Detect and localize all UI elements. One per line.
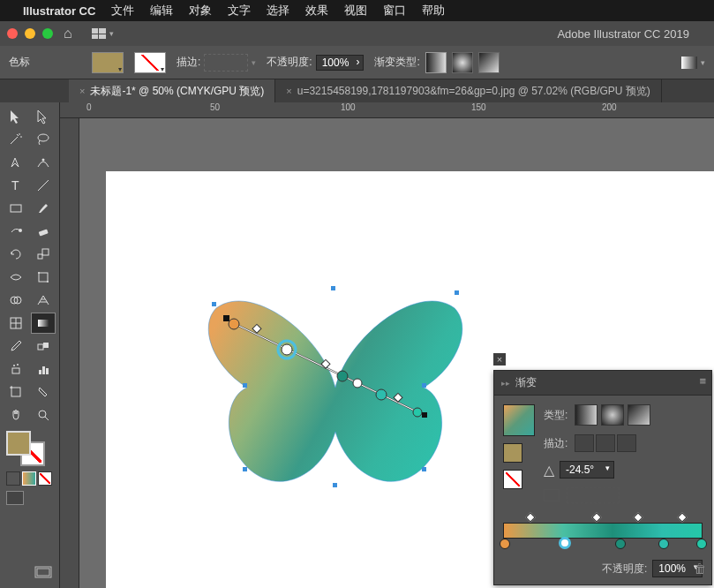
home-icon[interactable]: ⌂: [64, 26, 72, 41]
gradient-mode-button[interactable]: [22, 471, 36, 486]
symbol-sprayer-tool[interactable]: [4, 358, 28, 380]
gradient-stop[interactable]: [559, 537, 571, 549]
app-name[interactable]: Illustrator CC: [23, 4, 95, 18]
edit-gradient-button[interactable]: ▾: [681, 57, 705, 69]
menu-object[interactable]: 对象: [189, 3, 212, 19]
gradient-stop[interactable]: [658, 539, 669, 549]
menu-edit[interactable]: 编辑: [150, 3, 173, 19]
perspective-grid-tool[interactable]: [31, 290, 56, 311]
close-window-button[interactable]: [7, 28, 18, 39]
stroke-weight-stepper[interactable]: [204, 54, 248, 72]
menu-file[interactable]: 文件: [111, 3, 134, 19]
curvature-tool[interactable]: [31, 152, 56, 173]
gradient-stop[interactable]: [500, 539, 510, 549]
minimize-window-button[interactable]: [25, 28, 35, 39]
reverse-gradient-button[interactable]: [503, 470, 522, 489]
arrange-documents-button[interactable]: ▾: [92, 28, 114, 39]
svg-rect-7: [38, 254, 42, 259]
traffic-lights: [7, 28, 53, 39]
menu-help[interactable]: 帮助: [422, 3, 445, 19]
stroke-label: 描边:: [177, 55, 200, 70]
eraser-tool[interactable]: [31, 221, 56, 242]
gradient-type-linear-button[interactable]: [425, 52, 447, 73]
svg-rect-19: [43, 343, 49, 348]
gradient-type-radial-button[interactable]: [452, 52, 473, 73]
active-stop-color-swatch[interactable]: [503, 443, 522, 463]
svg-point-29: [39, 411, 46, 418]
free-transform-tool[interactable]: [31, 267, 56, 288]
direct-selection-tool[interactable]: [31, 106, 56, 127]
shaper-tool[interactable]: [4, 221, 28, 242]
lasso-tool[interactable]: [31, 129, 56, 150]
pen-tool[interactable]: [4, 152, 28, 173]
gradient-type-freeform-button[interactable]: [478, 52, 500, 73]
stroke-gradient-within-button[interactable]: [575, 434, 594, 452]
menu-window[interactable]: 窗口: [383, 3, 406, 19]
zoom-tool[interactable]: [31, 404, 56, 426]
artboard-tool[interactable]: [4, 381, 28, 403]
magic-wand-tool[interactable]: [4, 129, 28, 150]
panel-menu-icon[interactable]: ≡: [699, 374, 706, 388]
rectangle-tool[interactable]: [4, 198, 28, 219]
menu-effect[interactable]: 效果: [305, 3, 328, 19]
close-tab-icon[interactable]: ×: [79, 86, 85, 96]
none-mode-button[interactable]: [38, 471, 52, 486]
menu-type[interactable]: 文字: [228, 3, 251, 19]
svg-point-5: [19, 229, 22, 232]
close-panel-icon[interactable]: ×: [493, 353, 506, 366]
gradient-preview-swatch[interactable]: [503, 404, 535, 436]
slice-tool[interactable]: [31, 381, 56, 403]
gradient-stop[interactable]: [696, 539, 707, 549]
gradient-ramp[interactable]: [503, 523, 703, 539]
svg-rect-25: [46, 368, 49, 374]
gradient-panel: × ▸▸ 渐变 ≡ 类型:: [493, 370, 712, 585]
gradient-slider[interactable]: [494, 512, 711, 556]
close-tab-icon[interactable]: ×: [286, 86, 291, 96]
type-radial-button[interactable]: [601, 404, 624, 426]
delete-stop-icon[interactable]: 🗑: [694, 562, 706, 576]
menu-select[interactable]: 选择: [267, 3, 289, 19]
column-graph-tool[interactable]: [31, 358, 56, 380]
type-linear-button[interactable]: [575, 404, 598, 426]
stroke-swatch[interactable]: ▾: [134, 52, 166, 73]
type-tool[interactable]: T: [4, 175, 28, 196]
menu-view[interactable]: 视图: [344, 3, 367, 19]
panel-titlebar[interactable]: ▸▸ 渐变 ≡: [494, 371, 711, 396]
selected-butterfly-shape[interactable]: [199, 282, 472, 511]
paintbrush-tool[interactable]: [31, 198, 56, 219]
stroke-gradient-along-button[interactable]: [596, 434, 615, 452]
stroke-gradient-across-button[interactable]: [617, 434, 636, 452]
rotate-tool[interactable]: [4, 244, 28, 265]
svg-rect-24: [42, 366, 45, 374]
horizontal-ruler[interactable]: 0 50 100 150 200: [60, 102, 714, 118]
fill-swatch[interactable]: ▾: [92, 52, 124, 73]
mesh-tool[interactable]: [4, 313, 28, 334]
line-segment-tool[interactable]: [31, 175, 56, 196]
zoom-window-button[interactable]: [42, 28, 53, 39]
blend-tool[interactable]: [31, 335, 56, 357]
gradient-tool[interactable]: [31, 313, 56, 334]
svg-rect-17: [38, 320, 49, 327]
color-mode-button[interactable]: [6, 471, 20, 486]
scale-tool[interactable]: [31, 244, 56, 265]
opacity-value-input[interactable]: 100%: [316, 55, 365, 71]
document-tab-2[interactable]: × u=3215458199,1781197903&fm=26&gp=0.jpg…: [275, 79, 662, 102]
vertical-ruler[interactable]: [60, 118, 79, 588]
screen-mode-button[interactable]: [4, 562, 56, 584]
width-tool[interactable]: [4, 267, 28, 288]
type-freeform-button[interactable]: [628, 404, 650, 426]
aspect-ratio-input[interactable]: [567, 487, 620, 503]
fill-color-swatch[interactable]: [6, 431, 31, 456]
shape-builder-tool[interactable]: [4, 290, 28, 311]
svg-rect-6: [38, 229, 48, 236]
selection-tool[interactable]: [4, 106, 28, 127]
svg-rect-34: [331, 286, 335, 290]
opacity-label: 不透明度:: [267, 55, 312, 70]
draw-mode-button[interactable]: [6, 491, 24, 505]
hand-tool[interactable]: [4, 404, 28, 426]
document-tab-1[interactable]: × 未标题-1* @ 50% (CMYK/GPU 预览): [69, 79, 275, 102]
angle-icon: △: [544, 462, 554, 479]
angle-input[interactable]: -24.5°: [560, 461, 614, 479]
eyedropper-tool[interactable]: [4, 335, 28, 357]
gradient-stop[interactable]: [615, 539, 626, 549]
